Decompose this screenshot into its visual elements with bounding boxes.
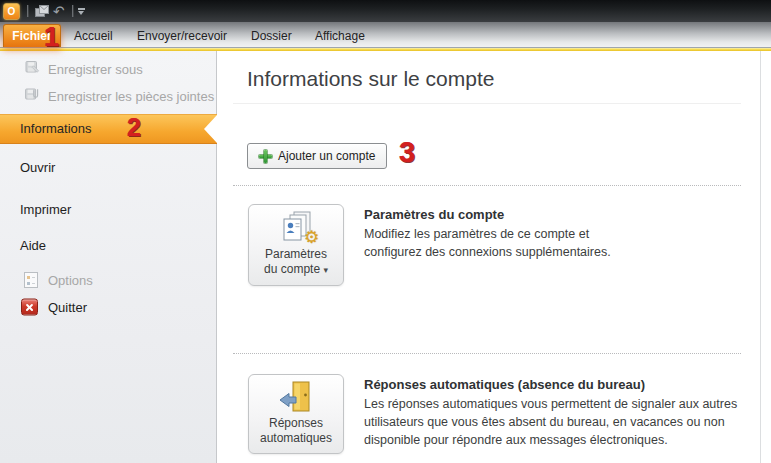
title-bar: O ↶ <box>0 0 771 22</box>
sidebar-item-quitter[interactable]: Quitter <box>0 297 216 317</box>
sidebar-item-enregistrer-pieces-jointes[interactable]: Enregistrer les pièces jointes <box>0 86 216 106</box>
section-description: Les réponses automatiques vous permetten… <box>364 395 771 449</box>
tab-dossier[interactable]: Dossier <box>251 26 292 47</box>
section-description: Modifiez les paramètres de ce compte et … <box>364 225 632 261</box>
add-account-label: Ajouter un compte <box>278 149 375 163</box>
tab-envoyer-recevoir[interactable]: Envoyer/recevoir <box>137 26 227 47</box>
section-heading: Réponses automatiques (absence du bureau… <box>364 377 645 392</box>
title-rule <box>233 103 741 104</box>
backstage-view: Enregistrer sous Enregistrer les pièces … <box>0 51 771 463</box>
sidebar-item-label: Imprimer <box>20 202 71 217</box>
sidebar-item-label: Options <box>48 273 93 288</box>
sidebar-item-label: Quitter <box>48 300 87 315</box>
annotation-step-2: 2 <box>127 113 141 142</box>
quit-icon <box>21 299 38 316</box>
outlook-backstage-window: O ↶ Fichier Accueil Envoyer/recevoir Dos… <box>0 0 771 463</box>
backstage-sidebar: Enregistrer sous Enregistrer les pièces … <box>0 51 217 463</box>
section-separator <box>233 185 741 186</box>
sidebar-item-aide[interactable]: Aide <box>0 235 216 255</box>
button-label: Réponses automatiques <box>249 416 343 446</box>
selected-item-notch <box>204 115 217 143</box>
customize-quick-access-icon[interactable] <box>77 8 86 15</box>
qat-separator <box>72 5 73 17</box>
sidebar-item-imprimer[interactable]: Imprimer <box>0 199 216 219</box>
account-settings-icon <box>249 210 343 250</box>
sidebar-item-ouvrir[interactable]: Ouvrir <box>0 157 216 177</box>
sidebar-item-enregistrer-sous[interactable]: Enregistrer sous <box>0 59 216 79</box>
button-label: Paramètres du compte ▾ <box>249 247 343 278</box>
tab-accueil[interactable]: Accueil <box>74 26 113 47</box>
sidebar-item-informations[interactable]: Informations <box>0 114 217 144</box>
options-icon <box>24 272 38 288</box>
add-account-button[interactable]: Ajouter un compte <box>247 143 387 169</box>
annotation-step-1: 1 <box>44 22 59 53</box>
sidebar-item-label: Ouvrir <box>20 160 55 175</box>
ribbon-tab-strip <box>0 22 771 48</box>
account-settings-button[interactable]: ⚙ Paramètres du compte ▾ <box>248 204 344 286</box>
save-as-icon <box>24 59 40 79</box>
sidebar-item-label: Enregistrer les pièces jointes <box>48 89 214 104</box>
annotation-step-3: 3 <box>399 136 415 169</box>
sidebar-item-options[interactable]: Options <box>0 270 216 290</box>
undo-icon[interactable]: ↶ <box>52 3 66 18</box>
save-attachments-icon <box>24 86 40 106</box>
tab-affichage[interactable]: Affichage <box>315 26 365 47</box>
send-receive-icon[interactable] <box>35 5 50 18</box>
dropdown-caret-icon: ▾ <box>323 265 328 275</box>
plus-icon <box>259 150 272 163</box>
qat-separator <box>27 5 28 17</box>
auto-replies-button[interactable]: Réponses automatiques <box>248 374 344 454</box>
sidebar-item-label: Informations <box>20 115 92 143</box>
gear-icon: ⚙ <box>304 227 319 247</box>
section-heading: Paramètres du compte <box>364 207 504 222</box>
sidebar-item-label: Aide <box>20 238 46 253</box>
section-separator <box>233 353 741 354</box>
page-title: Informations sur le compte <box>247 67 494 91</box>
outlook-logo-icon[interactable]: O <box>3 3 20 20</box>
sidebar-item-label: Enregistrer sous <box>48 62 143 77</box>
auto-replies-icon <box>249 380 343 418</box>
